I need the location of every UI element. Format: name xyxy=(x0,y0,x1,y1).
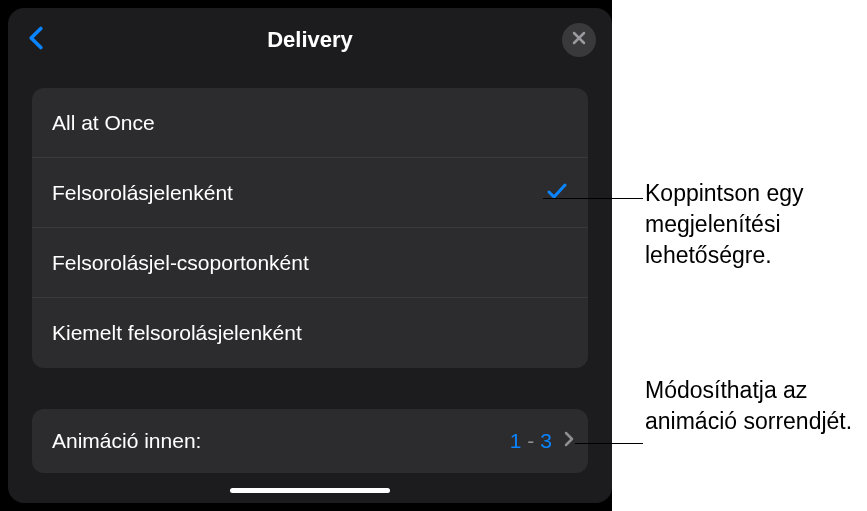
option-label: Felsorolásjelenként xyxy=(52,181,233,205)
home-indicator xyxy=(230,488,390,493)
close-icon xyxy=(572,31,586,49)
delivery-options-group: All at Once Felsorolásjelenként Felsorol… xyxy=(32,88,588,368)
callout-tap-option: Koppintson egy megjelenítési lehetőségre… xyxy=(645,178,860,271)
option-by-bullet[interactable]: Felsorolásjelenként xyxy=(32,158,588,228)
chevron-right-icon xyxy=(558,431,574,451)
animate-from-label: Animáció innen: xyxy=(52,429,201,453)
animate-from-row[interactable]: Animáció innen: 1 - 3 xyxy=(32,409,588,473)
option-label: All at Once xyxy=(52,111,155,135)
back-button[interactable] xyxy=(22,26,50,54)
callout-change-order: Módosíthatja az animáció sorrendjét. xyxy=(645,375,860,437)
option-by-bullet-group[interactable]: Felsorolásjel-csoportonként xyxy=(32,228,588,298)
panel-header: Delivery xyxy=(8,8,612,72)
callout-line-2 xyxy=(575,443,643,444)
close-button[interactable] xyxy=(562,23,596,57)
animate-from-number: 1 xyxy=(510,429,522,453)
callout-line-1 xyxy=(543,198,643,199)
option-label: Kiemelt felsorolásjelenként xyxy=(52,321,302,345)
option-by-highlighted-bullet[interactable]: Kiemelt felsorolásjelenként xyxy=(32,298,588,368)
option-all-at-once[interactable]: All at Once xyxy=(32,88,588,158)
panel-content: All at Once Felsorolásjelenként Felsorol… xyxy=(8,72,612,503)
panel-title: Delivery xyxy=(267,27,353,53)
animate-from-value: 1 - 3 xyxy=(510,429,574,453)
delivery-panel: Delivery All at Once Felsorolásjelenként xyxy=(8,8,612,503)
animate-to-number: 3 xyxy=(540,429,552,453)
spacer xyxy=(32,368,588,409)
animate-dash: - xyxy=(527,429,534,453)
checkmark-icon xyxy=(546,180,568,206)
chevron-left-icon xyxy=(27,26,45,54)
option-label: Felsorolásjel-csoportonként xyxy=(52,251,309,275)
